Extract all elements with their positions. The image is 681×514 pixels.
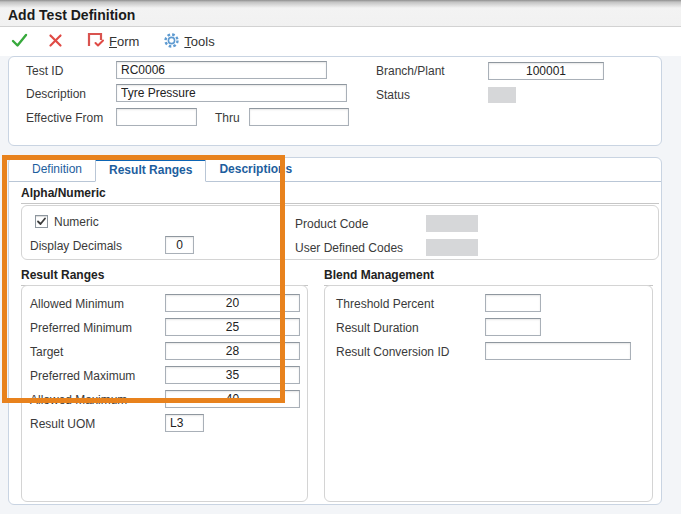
page-title: Add Test Definition (8, 7, 135, 23)
display-decimals-label: Display Decimals (30, 239, 122, 253)
form-menu-label: Form (109, 34, 139, 49)
alpha-numeric-group-title: Alpha/Numeric (21, 186, 659, 204)
numeric-checkbox-label: Numeric (54, 215, 99, 229)
check-icon (11, 33, 28, 51)
result-duration-label: Result Duration (336, 321, 419, 335)
user-defined-codes-label: User Defined Codes (295, 241, 403, 255)
tools-menu-label: Tools (184, 34, 214, 49)
preferred-maximum-input[interactable] (165, 366, 300, 384)
threshold-percent-label: Threshold Percent (336, 297, 434, 311)
result-uom-label: Result UOM (30, 417, 95, 431)
result-duration-input[interactable] (485, 318, 541, 336)
status-value-box (488, 87, 516, 103)
allowed-maximum-input[interactable] (165, 390, 300, 408)
cancel-button[interactable] (43, 30, 68, 54)
tools-menu-button[interactable]: Tools (158, 29, 219, 55)
description-input[interactable] (116, 84, 347, 102)
checkmark-icon (36, 216, 47, 227)
numeric-checkbox[interactable] (35, 215, 48, 228)
preferred-minimum-input[interactable] (165, 318, 300, 336)
description-label: Description (26, 87, 86, 101)
tab-definition[interactable]: Definition (19, 158, 95, 182)
target-label: Target (30, 345, 63, 359)
result-conversion-id-input[interactable] (485, 342, 631, 360)
result-uom-input[interactable] (165, 414, 204, 432)
thru-input[interactable] (249, 108, 349, 126)
user-defined-codes-value-box (426, 239, 478, 256)
preferred-maximum-label: Preferred Maximum (30, 369, 135, 383)
branch-plant-label: Branch/Plant (376, 64, 445, 78)
thru-label: Thru (215, 111, 240, 125)
preferred-minimum-label: Preferred Minimum (30, 321, 132, 335)
form-menu-button[interactable]: Form (82, 29, 144, 54)
blend-management-group-title: Blend Management (324, 268, 653, 286)
test-id-input[interactable] (116, 61, 327, 79)
tab-content-panel: Definition Result Ranges Descriptions Al… (8, 157, 662, 505)
form-icon (87, 32, 105, 51)
header-fields-panel: Test ID Description Effective From Thru … (8, 56, 662, 146)
product-code-label: Product Code (295, 217, 368, 231)
alpha-numeric-groupbox: Numeric Display Decimals Product Code Us… (21, 205, 659, 260)
result-ranges-group-title: Result Ranges (21, 268, 308, 286)
toolbar: Form Tools (0, 27, 681, 56)
status-label: Status (376, 88, 410, 102)
allowed-maximum-label: Allowed Maximum (30, 393, 127, 407)
allowed-minimum-label: Allowed Minimum (30, 297, 124, 311)
product-code-value-box (426, 215, 478, 232)
ok-button[interactable] (6, 30, 33, 54)
tab-bar: Definition Result Ranges Descriptions (9, 158, 661, 182)
result-conversion-id-label: Result Conversion ID (336, 345, 449, 359)
tab-descriptions[interactable]: Descriptions (206, 158, 305, 182)
threshold-percent-input[interactable] (485, 294, 541, 312)
display-decimals-input[interactable] (165, 236, 194, 254)
x-icon (48, 33, 63, 51)
effective-from-input[interactable] (116, 108, 197, 126)
test-id-label: Test ID (26, 64, 63, 78)
blend-management-groupbox: Threshold Percent Result Duration Result… (324, 285, 653, 502)
result-ranges-groupbox: Allowed Minimum Preferred Minimum Target… (21, 285, 308, 502)
branch-plant-input[interactable] (488, 62, 604, 80)
target-input[interactable] (165, 342, 300, 360)
allowed-minimum-input[interactable] (165, 294, 300, 312)
effective-from-label: Effective From (26, 111, 103, 125)
tab-result-ranges[interactable]: Result Ranges (95, 158, 206, 182)
gear-icon (163, 32, 180, 52)
window-titlebar: Add Test Definition (0, 0, 681, 27)
